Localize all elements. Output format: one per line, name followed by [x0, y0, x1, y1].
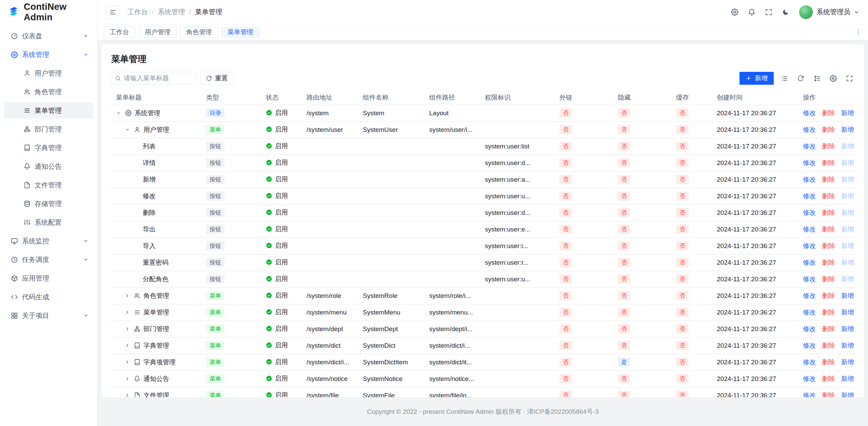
add-link[interactable]: 新增	[841, 375, 854, 382]
sidebar-subitem-dept[interactable]: 部门管理	[4, 121, 93, 137]
row-expander-icon[interactable]	[125, 127, 134, 132]
tab-role[interactable]: 角色管理	[180, 27, 218, 38]
edit-link[interactable]: 修改	[803, 159, 816, 166]
fullscreen-button[interactable]	[765, 8, 772, 16]
edit-link[interactable]: 修改	[803, 143, 816, 150]
row-expander-icon[interactable]	[125, 310, 134, 315]
menu-item-icon	[125, 110, 132, 116]
edit-link[interactable]: 修改	[803, 375, 816, 382]
sidebar-subitem-role[interactable]: 角色管理	[4, 84, 93, 100]
tab-workbench[interactable]: 工作台	[104, 27, 135, 38]
delete-link[interactable]: 删除	[822, 359, 835, 366]
edit-link[interactable]: 修改	[803, 292, 816, 299]
menu-title: 导出	[143, 225, 156, 234]
sidebar-item-app[interactable]: 应用管理	[4, 270, 93, 286]
add-link[interactable]: 新增	[841, 342, 854, 349]
component-path-cell: system/role/i...	[424, 287, 479, 304]
add-link[interactable]: 新增	[841, 309, 854, 316]
table-row: 系统管理 目录 启用 /system System Layout 否 否 否 2…	[111, 105, 855, 121]
chevron-right-icon	[125, 343, 130, 348]
add-link[interactable]: 新增	[841, 359, 854, 366]
tab-menu[interactable]: 菜单管理	[221, 27, 259, 38]
add-button[interactable]: 新增	[739, 72, 774, 85]
add-link[interactable]: 新增	[841, 392, 854, 398]
breadcrumb-item[interactable]: 工作台	[127, 7, 148, 17]
table-refresh-button[interactable]	[795, 73, 806, 84]
edit-link[interactable]: 修改	[803, 309, 816, 316]
delete-link[interactable]: 删除	[822, 126, 835, 133]
sidebar-item-about[interactable]: 关于项目	[4, 307, 93, 324]
bell-icon	[134, 376, 140, 382]
delete-link[interactable]: 删除	[822, 392, 835, 398]
delete-link[interactable]: 删除	[822, 292, 835, 299]
sidebar-subitem-dict[interactable]: 字典管理	[4, 140, 93, 156]
edit-link[interactable]: 修改	[803, 325, 816, 332]
row-height-button[interactable]	[811, 73, 823, 84]
sidebar-item-system[interactable]: 系统管理	[4, 46, 93, 63]
edit-link[interactable]: 修改	[803, 276, 816, 283]
edit-link[interactable]: 修改	[803, 226, 816, 233]
delete-link[interactable]: 删除	[822, 226, 835, 233]
dark-mode-moon-button[interactable]	[782, 8, 789, 16]
search-input[interactable]	[124, 75, 191, 82]
yes-no-badge: 否	[559, 175, 572, 184]
delete-link[interactable]: 删除	[822, 109, 835, 117]
add-link[interactable]: 新增	[841, 325, 854, 332]
edit-link[interactable]: 修改	[803, 192, 816, 200]
row-expander-icon[interactable]	[125, 393, 134, 397]
sidebar-subitem-config[interactable]: 系统配置	[4, 214, 93, 230]
add-link[interactable]: 新增	[841, 126, 854, 133]
row-expander-icon[interactable]	[125, 293, 134, 298]
edit-link[interactable]: 修改	[803, 259, 816, 266]
tab-more-button[interactable]	[855, 29, 862, 36]
delete-link[interactable]: 删除	[822, 143, 835, 150]
reset-button[interactable]: 重置	[200, 72, 234, 85]
column-settings-button[interactable]	[827, 73, 839, 84]
breadcrumb-item[interactable]: 系统管理	[158, 7, 185, 17]
row-expander-icon[interactable]	[125, 343, 134, 348]
row-expander-icon[interactable]	[116, 110, 125, 116]
sidebar-subitem-user[interactable]: 用户管理	[4, 65, 93, 81]
breadcrumb-item[interactable]: 菜单管理	[195, 7, 222, 17]
user-menu[interactable]: 系统管理员	[799, 5, 859, 19]
delete-link[interactable]: 删除	[822, 242, 835, 249]
sidebar-subitem-notice[interactable]: 通知公告	[4, 158, 93, 175]
delete-link[interactable]: 删除	[822, 375, 835, 382]
sidebar-item-schedule[interactable]: 任务调度	[4, 251, 93, 268]
sidebar-subitem-menu[interactable]: 菜单管理	[4, 102, 93, 119]
row-expander-icon[interactable]	[125, 326, 134, 331]
delete-link[interactable]: 删除	[822, 192, 835, 200]
edit-link[interactable]: 修改	[803, 176, 816, 183]
sidebar-collapse-button[interactable]	[106, 6, 119, 19]
edit-link[interactable]: 修改	[803, 209, 816, 216]
edit-link[interactable]: 修改	[803, 392, 816, 398]
edit-link[interactable]: 修改	[803, 126, 816, 133]
settings-icon-button[interactable]	[731, 8, 738, 16]
delete-link[interactable]: 删除	[822, 159, 835, 166]
edit-link[interactable]: 修改	[803, 359, 816, 366]
delete-link[interactable]: 删除	[822, 325, 835, 332]
delete-link[interactable]: 删除	[822, 209, 835, 216]
delete-link[interactable]: 删除	[822, 309, 835, 316]
delete-link[interactable]: 删除	[822, 176, 835, 183]
delete-link[interactable]: 删除	[822, 276, 835, 283]
edit-link[interactable]: 修改	[803, 342, 816, 349]
sidebar-item-monitor[interactable]: 系统监控	[4, 233, 93, 249]
edit-link[interactable]: 修改	[803, 242, 816, 249]
table-fullscreen-button[interactable]	[844, 73, 855, 84]
row-expander-icon[interactable]	[125, 360, 134, 365]
sidebar-subitem-storage[interactable]: 存储管理	[4, 196, 93, 212]
sidebar-subitem-file[interactable]: 文件管理	[4, 177, 93, 193]
edit-link[interactable]: 修改	[803, 109, 816, 117]
sidebar-item-dashboard[interactable]: 仪表盘	[4, 28, 93, 44]
tab-user[interactable]: 用户管理	[139, 27, 177, 38]
notifications-bell-button[interactable]	[748, 8, 755, 16]
add-link[interactable]: 新增	[841, 292, 854, 299]
column-header: 菜单标题	[111, 91, 201, 105]
sidebar-item-codegen[interactable]: 代码生成	[4, 289, 93, 305]
delete-link[interactable]: 删除	[822, 342, 835, 349]
row-expander-icon[interactable]	[125, 376, 134, 381]
list-view-button[interactable]	[778, 73, 790, 84]
delete-link[interactable]: 删除	[822, 259, 835, 266]
add-link[interactable]: 新增	[841, 109, 854, 117]
